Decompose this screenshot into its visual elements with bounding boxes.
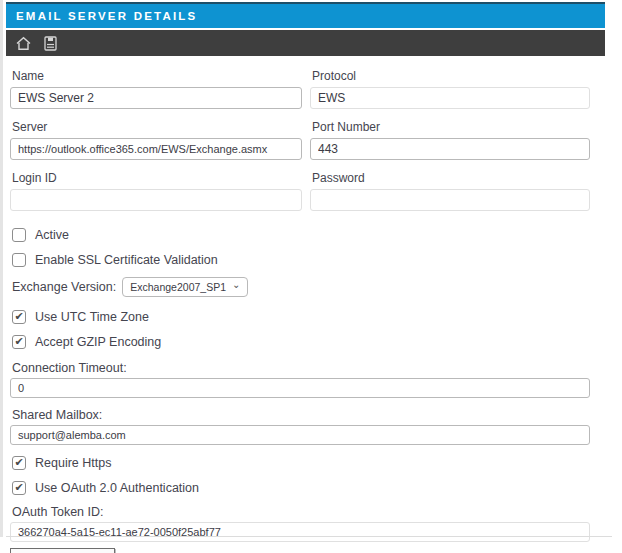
port-number-input[interactable] [310, 138, 590, 160]
use-oauth-checkbox-label: Use OAuth 2.0 Authentication [35, 481, 199, 495]
active-checkbox-label: Active [35, 228, 69, 242]
password-label: Password [312, 171, 590, 185]
field-protocol: Protocol [310, 69, 590, 109]
require-https-checkbox-label: Require Https [35, 456, 111, 470]
use-utc-checkbox-label: Use UTC Time Zone [35, 310, 149, 324]
field-shared-mailbox: Shared Mailbox: [10, 408, 590, 445]
exchange-version-row: Exchange Version: Exchange2007_SP1 ⌄ [12, 277, 590, 297]
shared-mailbox-label: Shared Mailbox: [12, 408, 590, 422]
panel-left-edge [0, 0, 3, 537]
email-server-form: Name Protocol Server Port Number Login I… [0, 56, 622, 553]
password-input[interactable] [310, 189, 590, 211]
use-oauth-checkbox[interactable] [12, 481, 26, 495]
page-title: EMAIL SERVER DETAILS [16, 10, 197, 22]
use-utc-checkbox[interactable] [12, 310, 26, 324]
exchange-version-select[interactable]: Exchange2007_SP1 ⌄ [122, 277, 248, 297]
panel-bottom-divider [6, 536, 612, 537]
ssl-validation-checkbox[interactable] [12, 253, 26, 267]
save-icon [43, 35, 58, 52]
checkbox-row-active: Active [12, 227, 590, 242]
chevron-down-icon: ⌄ [232, 282, 240, 288]
checkbox-row-use-oauth: Use OAuth 2.0 Authentication [12, 480, 590, 495]
manage-token-button[interactable]: Manage Token [10, 548, 115, 553]
ssl-validation-checkbox-label: Enable SSL Certificate Validation [35, 253, 218, 267]
home-button[interactable] [14, 34, 32, 52]
protocol-label: Protocol [312, 69, 590, 83]
field-port-number: Port Number [310, 120, 590, 160]
field-name: Name [10, 69, 302, 109]
shared-mailbox-input[interactable] [10, 425, 590, 445]
checkbox-row-require-https: Require Https [12, 455, 590, 470]
oauth-token-id-label: OAuth Token ID: [12, 505, 590, 519]
port-number-label: Port Number [312, 120, 590, 134]
field-grid: Name Protocol Server Port Number Login I… [10, 69, 590, 222]
checkbox-row-accept-gzip: Accept GZIP Encoding [12, 334, 590, 349]
exchange-version-value: Exchange2007_SP1 [130, 281, 226, 293]
oauth-token-id-input[interactable] [10, 522, 590, 542]
exchange-version-label: Exchange Version: [12, 280, 116, 294]
field-login-id: Login ID [10, 171, 302, 211]
accept-gzip-checkbox[interactable] [12, 335, 26, 349]
checkbox-row-ssl-validation: Enable SSL Certificate Validation [12, 252, 590, 267]
protocol-input[interactable] [310, 87, 590, 109]
login-id-label: Login ID [12, 171, 302, 185]
accept-gzip-checkbox-label: Accept GZIP Encoding [35, 335, 161, 349]
name-input[interactable] [10, 87, 302, 109]
field-password: Password [310, 171, 590, 211]
field-connection-timeout: Connection Timeout: [10, 361, 590, 398]
checkbox-row-use-utc: Use UTC Time Zone [12, 309, 590, 324]
require-https-checkbox[interactable] [12, 456, 26, 470]
home-icon [15, 35, 32, 52]
field-server: Server [10, 120, 302, 160]
page-header: EMAIL SERVER DETAILS [6, 2, 605, 28]
server-label: Server [12, 120, 302, 134]
toolbar [6, 30, 605, 56]
save-button[interactable] [41, 34, 59, 52]
server-input[interactable] [10, 138, 302, 160]
active-checkbox[interactable] [12, 228, 26, 242]
login-id-input[interactable] [10, 189, 302, 211]
name-label: Name [12, 69, 302, 83]
connection-timeout-label: Connection Timeout: [12, 361, 590, 375]
connection-timeout-input[interactable] [10, 378, 590, 398]
email-server-details-page: EMAIL SERVER DETAILS Name Protoc [0, 0, 622, 553]
